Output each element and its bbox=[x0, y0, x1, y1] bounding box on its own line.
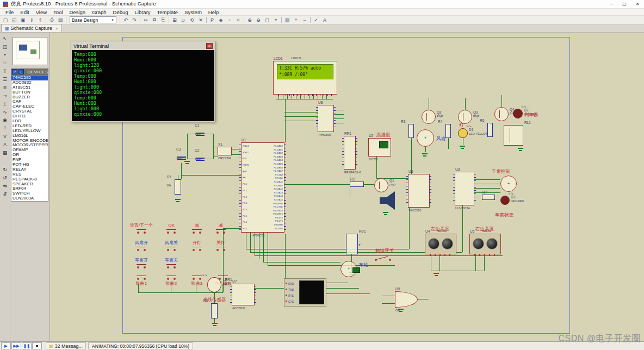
zoom-in-button[interactable]: ⊕ bbox=[245, 16, 254, 24]
component-button-1[interactable]: 歌曲1 bbox=[127, 275, 156, 290]
component-u4[interactable]: U4SRF04 bbox=[425, 234, 456, 254]
component-touch-switch[interactable] bbox=[374, 254, 392, 263]
print-design-button[interactable]: ⎙ bbox=[47, 16, 56, 24]
component-r5[interactable]: R5 bbox=[211, 303, 218, 318]
component-rp1[interactable]: RP1RESPACK-8 bbox=[344, 136, 356, 170]
pick-parts-button[interactable]: P bbox=[208, 16, 216, 24]
virtual-terminal-titlebar[interactable]: Virtual Terminal × bbox=[71, 41, 215, 50]
title-bar[interactable]: 仿真-Proteus8.10 - Proteus 8 Professional … bbox=[0, 0, 644, 9]
component-rl1[interactable]: RL1 bbox=[504, 125, 523, 146]
component-d1[interactable]: D1LED-YELLOW bbox=[458, 128, 468, 138]
electrical-rule-check-button[interactable]: ✓ bbox=[312, 16, 320, 24]
component-button[interactable]: 减 bbox=[211, 223, 231, 238]
mirror-horizontal-icon[interactable]: ⇋ bbox=[1, 182, 10, 190]
component-d2[interactable]: D2LED-RED bbox=[513, 109, 523, 118]
menu-debug[interactable]: Debug bbox=[110, 9, 132, 15]
block-move-button[interactable]: ▱ bbox=[179, 16, 188, 24]
save-design-button[interactable]: ▣ bbox=[18, 16, 27, 24]
component-mode-icon[interactable]: ◫ bbox=[1, 42, 10, 51]
remove-sheet-button[interactable]: − bbox=[300, 16, 309, 24]
make-device-button[interactable]: ◈ bbox=[216, 16, 225, 24]
component-button-2[interactable]: 歌曲2 bbox=[160, 275, 182, 290]
new-design-button[interactable]: ▢ bbox=[1, 16, 10, 24]
component-lcd1[interactable]: LCD1LM016LT:33C H:57% auto*:089 /:00° bbox=[273, 61, 337, 95]
component-c2[interactable]: C230pF bbox=[196, 153, 205, 164]
generator-mode-icon[interactable]: ⎍ bbox=[1, 124, 10, 132]
stop-button[interactable]: ■ bbox=[32, 342, 42, 349]
wire-label-mode-icon[interactable]: ∷ bbox=[1, 59, 10, 67]
undo-button[interactable]: ↶ bbox=[121, 16, 130, 24]
schematic-canvas[interactable]: Virtual Terminal × Temp:000Humi:000light… bbox=[50, 33, 644, 341]
component-d3[interactable]: D3LED-RED bbox=[500, 196, 510, 205]
voltage-probe-mode-icon[interactable]: V bbox=[1, 132, 10, 140]
component-button[interactable]: 设置/下一个 bbox=[127, 223, 156, 238]
menu-tool[interactable]: Tool bbox=[50, 9, 66, 15]
step-button[interactable]: ▶▶ bbox=[11, 342, 21, 349]
component-q1[interactable]: Q1PNP bbox=[374, 178, 388, 192]
component-q4[interactable]: Q4PNP bbox=[494, 107, 509, 121]
zoom-out-button[interactable]: ⊖ bbox=[254, 16, 263, 24]
rotate-anticlockwise-icon[interactable]: ↺ bbox=[1, 173, 10, 182]
maximize-button[interactable]: ▢ bbox=[618, 0, 631, 8]
junction-dot-mode-icon[interactable]: • bbox=[1, 51, 10, 59]
component-r7[interactable]: R7 bbox=[482, 195, 495, 200]
design-explorer-button[interactable]: ▥ bbox=[283, 16, 292, 24]
zoom-area-button[interactable]: ⌖ bbox=[271, 16, 280, 24]
component-window-motor[interactable] bbox=[500, 176, 517, 192]
component-button[interactable]: 车窗开 bbox=[127, 258, 156, 273]
component-ldr1[interactable]: LDR1LDR bbox=[207, 277, 221, 292]
zoom-all-button[interactable]: ◻ bbox=[263, 16, 271, 24]
component-r4[interactable]: R4 bbox=[445, 124, 451, 138]
menu-file[interactable]: File bbox=[2, 9, 17, 15]
close-button[interactable]: ✕ bbox=[631, 0, 644, 8]
component-button[interactable]: 开灯 bbox=[187, 240, 207, 255]
decompose-button[interactable]: ⌗ bbox=[234, 16, 243, 24]
new-sheet-button[interactable]: ＋ bbox=[292, 16, 300, 24]
packaging-tool-button[interactable]: ▫ bbox=[225, 16, 234, 24]
component-u8[interactable]: U874HC595 bbox=[318, 105, 334, 132]
menu-library[interactable]: Library bbox=[132, 9, 154, 15]
rotate-clockwise-icon[interactable]: ↻ bbox=[1, 165, 10, 173]
component-u3[interactable]: U3ULN2003A bbox=[455, 172, 474, 205]
component-button[interactable]: 风扇开 bbox=[127, 240, 156, 255]
component-u7[interactable]: U7ADC0832 bbox=[232, 284, 255, 305]
device-uln2003a[interactable]: ULN2003A bbox=[11, 196, 48, 201]
open-design-button[interactable]: ◱ bbox=[10, 16, 18, 24]
subcircuit-mode-icon[interactable]: ⧈ bbox=[1, 83, 10, 91]
pick-devices-button[interactable]: P bbox=[12, 69, 17, 74]
play-button[interactable]: ▶ bbox=[1, 342, 11, 349]
menu-help[interactable]: Help bbox=[205, 9, 222, 15]
buses-mode-icon[interactable]: ☰ bbox=[1, 75, 10, 83]
virtual-instruments-mode-icon[interactable]: ▦ bbox=[1, 148, 10, 157]
terminals-mode-icon[interactable]: ⊸ bbox=[1, 91, 10, 99]
block-rotate-button[interactable]: ⟲ bbox=[188, 16, 196, 24]
component-u6[interactable]: U674HC595 bbox=[408, 174, 430, 208]
component-r6[interactable]: R6 bbox=[487, 123, 493, 137]
component-button[interactable]: 加 bbox=[187, 223, 207, 238]
component-u2[interactable]: U2DHT11 bbox=[368, 138, 391, 157]
menu-system[interactable]: System bbox=[181, 9, 205, 15]
graph-mode-icon[interactable]: ∿ bbox=[1, 108, 10, 116]
component-c3[interactable]: C310uF bbox=[177, 152, 186, 163]
component-x1[interactable]: X1CRYSTAL bbox=[218, 147, 232, 155]
menu-view[interactable]: View bbox=[33, 9, 50, 15]
redo-button[interactable]: ↷ bbox=[130, 16, 139, 24]
component-rv1[interactable]: RV1 bbox=[346, 234, 358, 254]
menu-design[interactable]: Design bbox=[66, 9, 89, 15]
component-q2[interactable]: Q2PNP bbox=[422, 110, 436, 124]
component-r2[interactable]: R2 bbox=[350, 182, 364, 187]
menu-template[interactable]: Template bbox=[154, 9, 182, 15]
export-section-button[interactable]: ⇑ bbox=[36, 16, 45, 24]
component-button-ok[interactable]: OK bbox=[160, 223, 182, 238]
component-r3[interactable]: R3 bbox=[408, 124, 414, 138]
selection-mode-icon[interactable]: ↖ bbox=[1, 34, 10, 42]
import-section-button[interactable]: ⇓ bbox=[27, 16, 36, 24]
tab-schematic-capture[interactable]: ▦ Schematic Capture × bbox=[1, 24, 62, 32]
virtual-terminal-close-button[interactable]: × bbox=[206, 43, 213, 49]
mirror-vertical-icon[interactable]: ⇵ bbox=[1, 190, 10, 198]
copy-button[interactable]: ⧉ bbox=[150, 16, 159, 24]
component-button[interactable]: 风扇关 bbox=[160, 240, 182, 255]
component-fan-motor[interactable] bbox=[417, 129, 434, 147]
current-probe-mode-icon[interactable]: A bbox=[1, 140, 10, 148]
block-delete-button[interactable]: ✕ bbox=[196, 16, 205, 24]
